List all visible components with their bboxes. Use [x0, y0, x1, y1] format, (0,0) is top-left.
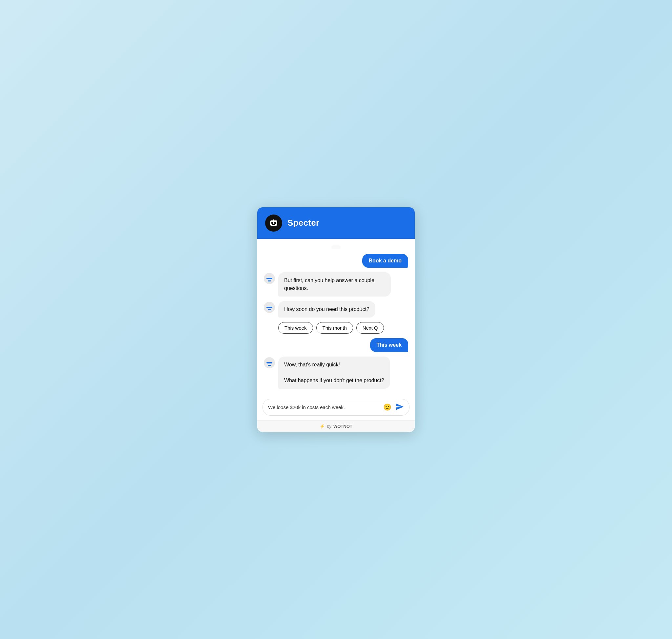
bot-msg-3-text: Wow, that's really quick! What happens i…: [278, 357, 390, 389]
message-input[interactable]: [268, 404, 379, 410]
book-demo-text: Book a demo: [362, 254, 408, 268]
chat-body: Book a demo But first, can you help answ…: [257, 239, 415, 394]
top-placeholder-content: [332, 245, 340, 249]
chat-input-area: 🙂: [257, 394, 415, 420]
quick-reply-this-month[interactable]: This month: [316, 322, 353, 333]
svg-rect-3: [272, 224, 275, 225]
bot-bubble-2: How soon do you need this product?: [264, 301, 408, 317]
top-placeholder-bubble: [264, 245, 408, 249]
chat-footer: ⚡ by WOTNOT: [257, 420, 415, 432]
bot-msg-1-text: But first, can you help answer a couple …: [278, 272, 391, 297]
bot-msg-3-line2: What happens if you don't get the produc…: [284, 377, 384, 383]
chat-input-row: 🙂: [262, 399, 410, 416]
chat-widget: Specter Book a demo But first, can you h…: [257, 207, 415, 432]
quick-reply-this-week[interactable]: This week: [278, 322, 313, 333]
send-icon: [395, 403, 404, 411]
bot-mini-avatar-icon-1: [266, 278, 272, 279]
svg-rect-2: [274, 222, 276, 224]
bot-msg-2-text: How soon do you need this product?: [278, 301, 376, 317]
bot-mini-avatar-3: [264, 357, 275, 368]
svg-rect-1: [271, 222, 273, 224]
user-bubble-book-demo: Book a demo: [264, 254, 408, 268]
user-bubble-this-week: This week: [264, 338, 408, 352]
svg-rect-0: [270, 220, 277, 226]
footer-bolt-icon: ⚡: [320, 424, 325, 429]
chat-title: Specter: [287, 218, 319, 228]
bot-bubble-1: But first, can you help answer a couple …: [264, 272, 408, 297]
bot-mini-avatar-icon-2: [266, 307, 272, 308]
chat-header: Specter: [257, 207, 415, 239]
bot-avatar-icon: [269, 218, 278, 228]
emoji-button[interactable]: 🙂: [383, 403, 392, 411]
quick-reply-next-q[interactable]: Next Q: [356, 322, 384, 333]
bot-bubble-3: Wow, that's really quick! What happens i…: [264, 357, 408, 389]
send-button[interactable]: [395, 403, 404, 412]
footer-by-text: by: [327, 424, 332, 429]
footer-brand: WOTNOT: [333, 424, 352, 429]
this-week-text: This week: [370, 338, 408, 352]
bot-avatar: [265, 215, 282, 232]
bot-mini-avatar-icon-3: [266, 362, 272, 363]
bot-mini-avatar-2: [264, 302, 275, 313]
quick-replies-container: This week This month Next Q: [264, 322, 408, 333]
bot-msg-3-line1: Wow, that's really quick!: [284, 362, 340, 368]
svg-rect-4: [273, 219, 274, 221]
bot-mini-avatar-1: [264, 273, 275, 284]
